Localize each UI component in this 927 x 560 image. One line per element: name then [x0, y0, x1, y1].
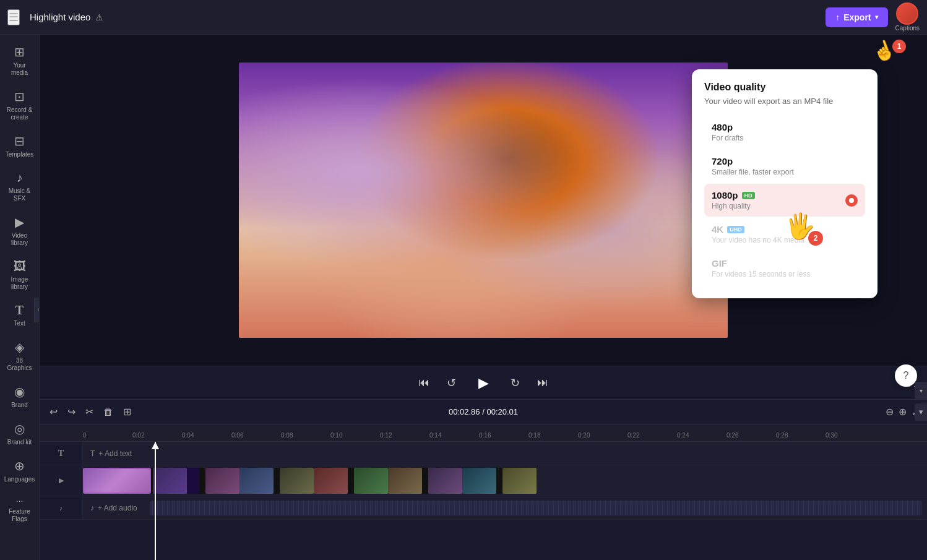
duplicate-button[interactable]: ⊞ — [121, 403, 134, 420]
video-clip[interactable] — [354, 468, 388, 494]
avatar[interactable] — [896, 2, 918, 25]
quality-option-1080p[interactable]: 1080p HD High quality — [704, 184, 865, 217]
ruler-mark: 0:26 — [727, 432, 738, 439]
timeline-ruler: 0 0:02 0:04 0:06 0:08 0:10 0:12 0:14 0:1… — [40, 424, 927, 442]
quality-desc-720p: Smaller file, faster export — [712, 168, 858, 176]
video-frame — [239, 62, 728, 338]
delete-button[interactable]: 🗑 — [101, 404, 116, 420]
video-clip[interactable] — [153, 468, 187, 494]
sidebar-item-music-sfx[interactable]: ♪ Music & SFX — [2, 166, 38, 207]
media-icon: ⊞ — [14, 45, 25, 59]
export-icon: ↑ — [835, 12, 840, 22]
quality-title: Video quality — [704, 82, 865, 93]
quality-label-1080p: 1080p HD — [712, 190, 858, 200]
sidebar-expand-button[interactable]: › — [34, 298, 40, 322]
undo-button[interactable]: ↩ — [47, 403, 60, 420]
ruler-mark: 0:16 — [479, 432, 491, 439]
video-clip[interactable] — [502, 468, 537, 494]
quality-option-gif[interactable]: GIF For videos 15 seconds or less — [704, 252, 865, 285]
add-audio-icon: ♪ — [90, 504, 94, 512]
collapse-bottom-button[interactable]: ▾ — [915, 382, 927, 399]
sidebar-item-label: Templates — [6, 151, 34, 158]
record-icon: ⊡ — [14, 89, 25, 104]
help-button[interactable]: ? — [895, 364, 917, 387]
ruler-mark: 0:10 — [330, 432, 342, 439]
zoom-out-button[interactable]: ⊖ — [886, 406, 894, 418]
menu-button[interactable]: ☰ — [7, 9, 20, 25]
hd-badge: HD — [742, 192, 755, 199]
ruler-mark: 0 — [83, 432, 87, 439]
sidebar: ⊞ Your media ⊡ Record & create ⊟ Templat… — [0, 35, 40, 560]
project-title: Highlight video — [30, 12, 90, 22]
quality-label-4k: 4K UHD — [712, 224, 858, 235]
video-track-row: ▶ — [40, 465, 927, 496]
quality-desc-4k: Your video has no 4K media — [712, 236, 858, 244]
music-icon: ♪ — [17, 171, 23, 185]
sidebar-item-video-library[interactable]: ▶ Video library — [2, 210, 38, 252]
captions-label: Captions — [895, 25, 920, 32]
quality-option-720p[interactable]: 720p Smaller file, faster export — [704, 150, 865, 183]
clip-divider — [496, 468, 502, 494]
video-clip[interactable] — [205, 468, 239, 494]
sidebar-item-record-create[interactable]: ⊡ Record & create — [2, 84, 38, 126]
add-text-label: + Add text — [98, 449, 132, 458]
sidebar-item-templates[interactable]: ⊟ Templates — [2, 129, 38, 163]
text-track-label: T — [40, 442, 83, 465]
video-lib-icon: ▶ — [15, 215, 24, 230]
ruler-mark: 0:12 — [380, 432, 392, 439]
warning-icon: ⚠ — [95, 12, 103, 22]
clip-divider — [348, 468, 354, 494]
forward-button[interactable]: ↻ — [508, 374, 522, 392]
video-clip[interactable] — [83, 468, 151, 494]
sidebar-item-label: Music & SFX — [4, 187, 35, 202]
cut-button[interactable]: ✂ — [83, 403, 96, 420]
add-text-button[interactable]: T + Add text — [83, 442, 927, 465]
video-clip[interactable] — [239, 468, 274, 494]
sidebar-item-label: Languages — [4, 476, 35, 483]
video-clip[interactable] — [462, 468, 496, 494]
sidebar-item-label: 38 Graphics — [4, 357, 35, 372]
ruler-mark: 0:28 — [776, 432, 788, 439]
sidebar-item-brand-kit[interactable]: ◎ Brand kit — [2, 416, 38, 451]
topbar-right: ↑ Export ▾ Captions — [826, 2, 920, 32]
sidebar-item-graphics[interactable]: ◈ 38 Graphics — [2, 335, 38, 377]
video-clip[interactable] — [314, 468, 348, 494]
video-track-content[interactable] — [83, 465, 927, 496]
quality-option-480p[interactable]: 480p For drafts — [704, 116, 865, 149]
playhead[interactable] — [155, 442, 156, 560]
sidebar-item-brand[interactable]: ◉ Brand — [2, 379, 38, 414]
collapse-timeline-button[interactable]: ▾ — [915, 403, 927, 421]
skip-forward-button[interactable]: ⏭ — [535, 374, 551, 392]
audio-track-label: ♪ — [40, 496, 83, 519]
main-layout: ⊞ Your media ⊡ Record & create ⊟ Templat… — [0, 35, 927, 560]
sidebar-item-image-library[interactable]: 🖼 Image library — [2, 254, 38, 296]
redo-button[interactable]: ↪ — [65, 403, 78, 420]
text-track-row: T T + Add text — [40, 442, 927, 465]
sidebar-item-label: Brand kit — [7, 439, 32, 446]
clip-divider — [274, 468, 280, 494]
ruler-mark: 0:30 — [826, 432, 837, 439]
video-track-icon: ▶ — [59, 476, 64, 485]
text-track-content: T + Add text — [83, 442, 927, 465]
sidebar-item-languages[interactable]: ⊕ Languages — [2, 454, 38, 488]
quality-option-4k[interactable]: 4K UHD Your video has no 4K media — [704, 218, 865, 251]
video-controls: ⏮ ↺ ▶ ↻ ⏭ ⛶ — [40, 366, 927, 399]
add-audio-button[interactable]: ♪ + Add audio — [83, 504, 145, 512]
audio-track-row: ♪ ♪ + Add audio — [40, 496, 927, 520]
video-clip[interactable] — [388, 468, 422, 494]
uhd-badge: UHD — [727, 226, 744, 233]
video-clip[interactable] — [187, 468, 199, 494]
quality-desc-480p: For drafts — [712, 134, 858, 142]
video-clip[interactable] — [280, 468, 314, 494]
sidebar-item-label: Your media — [4, 62, 35, 77]
ruler-mark: 0:14 — [429, 432, 441, 439]
zoom-in-button[interactable]: ⊕ — [899, 406, 907, 418]
sidebar-item-text[interactable]: T Text — [2, 298, 38, 332]
skip-back-button[interactable]: ⏮ — [416, 374, 432, 392]
sidebar-item-your-media[interactable]: ⊞ Your media — [2, 40, 38, 82]
video-clip[interactable] — [428, 468, 462, 494]
play-button[interactable]: ▶ — [471, 371, 496, 395]
export-button[interactable]: ↑ Export ▾ — [826, 7, 887, 27]
rewind-button[interactable]: ↺ — [444, 374, 459, 392]
sidebar-item-feature-flags[interactable]: ··· Feature Flags — [2, 491, 38, 528]
